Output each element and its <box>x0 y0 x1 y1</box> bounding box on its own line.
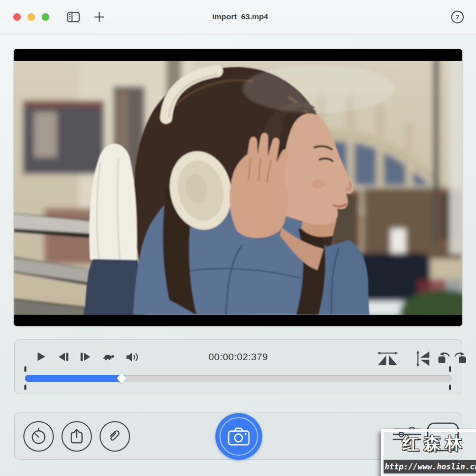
video-canvas[interactable] <box>14 49 462 326</box>
snapshot-camera-button[interactable] <box>215 413 262 460</box>
flip-horizontal-icon[interactable] <box>377 351 398 366</box>
seekbar-track[interactable] <box>25 375 452 382</box>
trim-end-handle-bottom[interactable] <box>449 385 451 390</box>
share-button[interactable] <box>61 421 92 452</box>
seekbar-fill <box>25 375 121 382</box>
rotate-right-icon[interactable] <box>454 351 467 364</box>
watermark: 红森林 http://www.hoslin.cn/ <box>381 429 476 476</box>
flip-vertical-icon[interactable] <box>416 350 431 367</box>
trim-start-handle-top[interactable] <box>24 366 26 372</box>
watermark-title: 红森林 <box>384 432 476 455</box>
attach-button[interactable] <box>100 421 130 452</box>
watermark-url: http://www.hoslin.cn/ <box>384 460 476 473</box>
rotate-left-icon[interactable] <box>437 351 451 364</box>
timer-button[interactable] <box>23 421 54 452</box>
help-glyph: ? <box>456 13 460 21</box>
camera-ring <box>219 417 258 456</box>
trim-start-handle-bottom[interactable] <box>24 385 26 390</box>
trim-end-handle-top[interactable] <box>449 366 451 372</box>
playback-controls-panel: 00:00:02:379 <box>14 339 462 394</box>
video-frame-illustration <box>14 61 462 315</box>
help-icon[interactable]: ? <box>451 11 464 23</box>
window-title: _import_63.mp4 <box>0 12 476 21</box>
title-bar: _import_63.mp4 ? <box>0 0 476 35</box>
